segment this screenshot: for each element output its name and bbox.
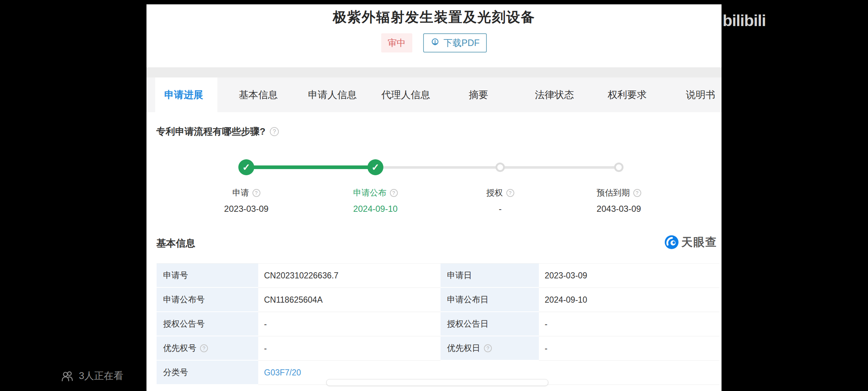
- download-pdf-button[interactable]: 下载PDF: [423, 33, 487, 52]
- cell-text: 申请公布日: [447, 294, 489, 305]
- table-row-label: 分类号: [157, 361, 258, 385]
- table-row-label: 申请公布号: [157, 288, 258, 312]
- horizontal-scrollbar-thumb[interactable]: [326, 379, 548, 386]
- progress-step-4: 预估到期?2043-03-09: [575, 187, 662, 214]
- step-label: 授权: [486, 187, 503, 198]
- tab-bar: 申请进展基本信息申请人信息代理人信息摘要法律状态权利要求说明书: [146, 67, 722, 112]
- download-icon: [430, 38, 440, 47]
- cell-text: 申请公布号: [163, 294, 205, 305]
- help-icon[interactable]: ?: [200, 344, 208, 352]
- table-row-value: 2023-03-09: [539, 264, 719, 288]
- table-row-label: 申请号: [157, 264, 258, 288]
- cell-text: 2024-09-10: [545, 295, 587, 305]
- patent-page: 极紫外辐射发生装置及光刻设备 审中 下载PDF 申请进展基本信息申请人信息代理人…: [146, 4, 722, 391]
- step-marker-dot: [614, 163, 624, 172]
- progress-step-2: 申请公布?2024-09-10: [332, 187, 419, 214]
- table-row-value: CN118625604A: [258, 288, 441, 312]
- cell-text: 优先权号: [163, 342, 196, 354]
- video-frame: 极紫外辐射发生装置及光刻设备 审中 下载PDF 申请进展基本信息申请人信息代理人…: [0, 0, 868, 391]
- step-date: 2023-03-09: [203, 204, 290, 214]
- help-icon[interactable]: ?: [270, 127, 279, 136]
- table-row-label: 授权公告日: [441, 312, 539, 336]
- cell-text: 优先权日: [447, 342, 480, 354]
- cell-text: -: [264, 344, 267, 353]
- cell-text: 申请号: [163, 270, 188, 281]
- table-row-value: 2024-09-10: [539, 288, 719, 312]
- tab-8[interactable]: 说明书: [686, 77, 715, 112]
- help-icon[interactable]: ?: [252, 189, 260, 197]
- cell-text: -: [545, 319, 548, 329]
- progress-heading-text: 专利申请流程有哪些步骤?: [156, 125, 265, 138]
- tab-list: 申请进展基本信息申请人信息代理人信息摘要法律状态权利要求说明书: [146, 77, 722, 112]
- progress-track-done: [246, 165, 375, 169]
- tianyancha-logo-icon: [664, 235, 679, 249]
- step-date: 2043-03-09: [575, 204, 662, 214]
- tab-1[interactable]: 申请进展: [164, 77, 203, 112]
- cell-text: 授权公告号: [163, 318, 205, 329]
- help-icon[interactable]: ?: [390, 189, 398, 197]
- cell-text: 分类号: [163, 367, 188, 378]
- tab-3[interactable]: 申请人信息: [308, 77, 357, 112]
- cell-text: 申请日: [447, 270, 472, 281]
- page-title: 极紫外辐射发生装置及光刻设备: [146, 8, 722, 26]
- cell-text: CN202310226636.7: [264, 271, 339, 281]
- progress-step-3: 授权?-: [457, 187, 544, 214]
- table-row-label: 优先权号?: [157, 336, 258, 361]
- help-icon[interactable]: ?: [506, 189, 514, 197]
- classification-link[interactable]: G03F7/20: [264, 368, 301, 378]
- step-marker-check-icon: ✓: [238, 159, 254, 175]
- cell-text: 授权公告日: [447, 318, 489, 329]
- tianyancha-logo-text: 天眼查: [681, 235, 717, 250]
- basic-info-table: 申请号CN202310226636.7申请日2023-03-09申请公布号CN1…: [157, 263, 719, 385]
- table-row-value: -: [258, 336, 441, 361]
- cell-text: -: [264, 319, 267, 329]
- tianyancha-brand: 天眼查: [664, 235, 717, 250]
- step-date: 2024-09-10: [332, 204, 419, 214]
- step-marker-check-icon: ✓: [367, 159, 383, 175]
- download-label: 下载PDF: [443, 37, 480, 49]
- watch-count-overlay: 3人正在看: [61, 369, 123, 382]
- bilibili-logo: bilibili: [723, 12, 766, 30]
- help-icon[interactable]: ?: [484, 344, 492, 352]
- section-heading-basic-info: 基本信息: [156, 237, 195, 250]
- status-badge: 审中: [381, 33, 412, 52]
- step-label: 预估到期: [597, 187, 630, 198]
- header-actions: 审中 下载PDF: [146, 33, 722, 52]
- viewers-icon: [61, 370, 75, 381]
- progress-step-1: 申请?2023-03-09: [203, 187, 290, 214]
- help-icon[interactable]: ?: [633, 189, 641, 197]
- cell-text: -: [545, 344, 548, 353]
- table-row-label: 申请日: [441, 264, 539, 288]
- table-row-value: -: [539, 312, 719, 336]
- tab-2[interactable]: 基本信息: [239, 77, 278, 112]
- table-row-value: -: [539, 336, 719, 361]
- table-row-label: 优先权日?: [441, 336, 539, 361]
- table-row-value: CN202310226636.7: [258, 264, 441, 288]
- step-label: 申请: [233, 187, 249, 198]
- tab-5[interactable]: 摘要: [469, 77, 488, 112]
- tab-7[interactable]: 权利要求: [608, 77, 647, 112]
- tab-bar-shadow: [146, 67, 722, 77]
- step-date: -: [457, 204, 544, 214]
- table-row-label: 申请公布日: [441, 288, 539, 312]
- table-row-label: 授权公告号: [157, 312, 258, 336]
- tab-6[interactable]: 法律状态: [535, 77, 574, 112]
- table-row-value: -: [258, 312, 441, 336]
- step-marker-dot: [495, 163, 505, 172]
- watch-count-text: 3人正在看: [79, 369, 123, 382]
- tab-4[interactable]: 代理人信息: [382, 77, 430, 112]
- step-label: 申请公布: [353, 187, 387, 198]
- uploader-watermark: iax: [666, 15, 685, 31]
- cell-text: 2023-03-09: [545, 271, 587, 281]
- cell-text: CN118625604A: [264, 295, 323, 305]
- progress-heading: 专利申请流程有哪些步骤? ?: [156, 125, 279, 138]
